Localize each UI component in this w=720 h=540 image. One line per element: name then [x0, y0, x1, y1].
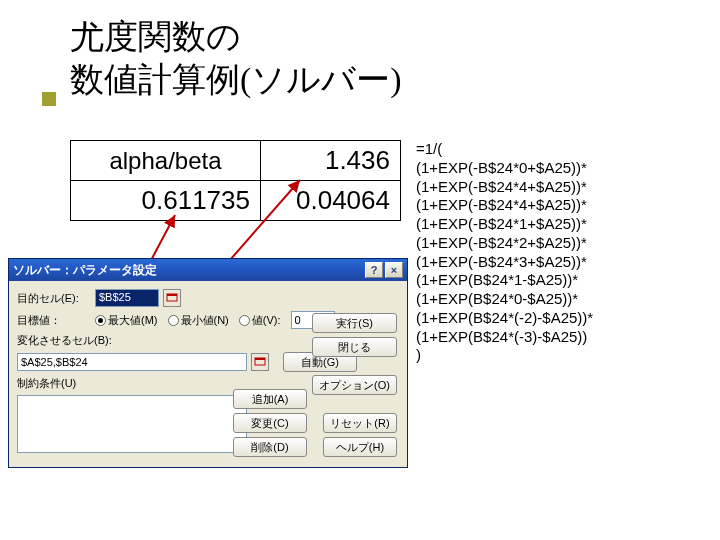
- cell-header: alpha/beta: [71, 141, 261, 181]
- target-cell-input[interactable]: $B$25: [95, 289, 159, 307]
- change-cells-label: 変化させるセル(B):: [17, 333, 112, 348]
- formula-text: =1/( (1+EXP(-B$24*0+$A25))* (1+EXP(-B$24…: [416, 140, 593, 365]
- slide-title: 尤度関数の 数値計算例(ソルバー): [70, 16, 402, 101]
- help-button[interactable]: ヘルプ(H): [323, 437, 397, 457]
- cell-bottom-right: 0.04064: [261, 181, 401, 221]
- dialog-body: 目的セル(E): $B$25 目標値： 最大値(M) 最小値(N) 値(V): …: [9, 281, 407, 467]
- svg-rect-5: [255, 358, 265, 360]
- cell-top-right: 1.436: [261, 141, 401, 181]
- title-bullet: [42, 92, 56, 106]
- goal-label: 目標値：: [17, 313, 91, 328]
- constraint-list[interactable]: [17, 395, 247, 453]
- target-cell-label: 目的セル(E):: [17, 291, 91, 306]
- add-button[interactable]: 追加(A): [233, 389, 307, 409]
- dialog-title-text: ソルバー：パラメータ設定: [13, 262, 157, 279]
- radio-value[interactable]: 値(V):: [239, 313, 281, 328]
- ref-picker-icon-2[interactable]: [251, 353, 269, 371]
- help-icon[interactable]: ?: [365, 262, 383, 278]
- data-table: alpha/beta 1.436 0.611735 0.04064: [70, 140, 401, 221]
- close-button[interactable]: 閉じる: [312, 337, 397, 357]
- cell-bottom-left: 0.611735: [71, 181, 261, 221]
- solver-dialog: ソルバー：パラメータ設定 ? × 目的セル(E): $B$25 目標値： 最大値…: [8, 258, 408, 468]
- constraint-label: 制約条件(U): [17, 376, 76, 391]
- title-line-1: 尤度関数の: [70, 18, 241, 55]
- title-line-2: 数値計算例(ソルバー): [70, 61, 402, 98]
- reset-button[interactable]: リセット(R): [323, 413, 397, 433]
- delete-button[interactable]: 削除(D): [233, 437, 307, 457]
- solve-button[interactable]: 実行(S): [312, 313, 397, 333]
- change-button[interactable]: 変更(C): [233, 413, 307, 433]
- change-cells-input[interactable]: [17, 353, 247, 371]
- close-icon[interactable]: ×: [385, 262, 403, 278]
- svg-rect-3: [167, 294, 177, 296]
- dialog-titlebar[interactable]: ソルバー：パラメータ設定 ? ×: [9, 259, 407, 281]
- options-button[interactable]: オプション(O): [312, 375, 397, 395]
- radio-min[interactable]: 最小値(N): [168, 313, 229, 328]
- radio-max[interactable]: 最大値(M): [95, 313, 158, 328]
- ref-picker-icon[interactable]: [163, 289, 181, 307]
